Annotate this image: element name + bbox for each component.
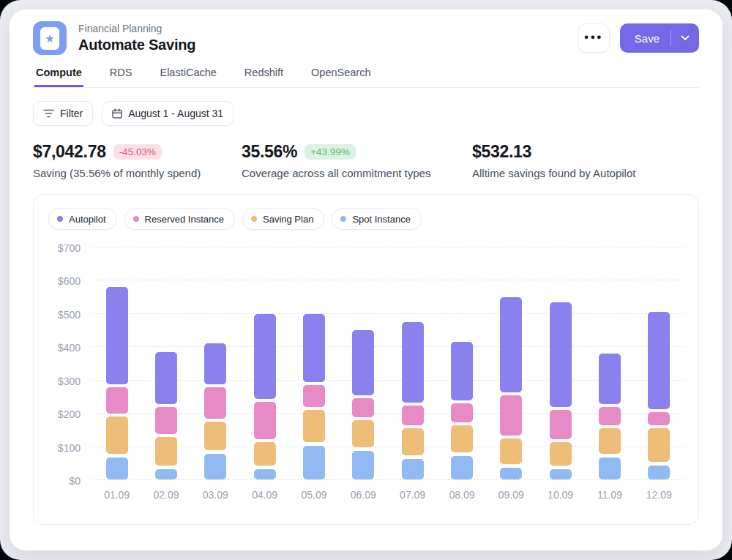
stat-badge: +43.99% xyxy=(305,144,356,160)
bar-segment-reserved-instance xyxy=(303,385,325,407)
stat-value-row: $532.13 xyxy=(472,142,635,162)
app-icon: ★ xyxy=(33,21,67,55)
bar-segment-spot-instance xyxy=(352,451,374,479)
more-button[interactable]: ●●● xyxy=(578,23,610,53)
bar-segment-saving-plan xyxy=(106,417,128,454)
bar-segment-reserved-instance xyxy=(500,395,522,436)
calendar-icon xyxy=(112,108,122,119)
y-tick-label: $100 xyxy=(58,442,81,454)
bar-segment-spot-instance xyxy=(500,468,522,479)
filter-button[interactable]: Filter xyxy=(33,101,93,126)
main-card: ★ Financial Planning Automate Saving ●●●… xyxy=(10,10,722,550)
titles: Financial Planning Automate Saving xyxy=(78,23,566,53)
legend-label: Saving Plan xyxy=(263,214,313,225)
bar-segment-saving-plan xyxy=(500,438,522,464)
bar-segment-reserved-instance xyxy=(106,387,128,414)
save-dropdown-button[interactable] xyxy=(671,23,699,53)
star-icon: ★ xyxy=(45,33,54,44)
toolbar: Filter August 1 - August 31 xyxy=(33,101,699,126)
tab-redshift[interactable]: Redshift xyxy=(243,67,285,87)
chart-legend: AutopilotReserved InstanceSaving PlanSpo… xyxy=(48,208,684,230)
bar-segment-spot-instance xyxy=(402,459,424,479)
y-tick-label: $300 xyxy=(58,376,81,387)
stat-badge: -45.03% xyxy=(113,144,162,160)
bar-08.09 xyxy=(437,247,486,480)
bar-segment-reserved-instance xyxy=(352,398,374,417)
tab-opensearch[interactable]: OpenSearch xyxy=(310,67,372,87)
bar-segment-saving-plan xyxy=(303,410,325,442)
x-tick-label: 08.09 xyxy=(437,489,486,501)
tab-rds[interactable]: RDS xyxy=(108,67,134,87)
bar-segment-autopilot xyxy=(352,330,374,395)
bar-segment-reserved-instance xyxy=(451,403,473,422)
bar-12.09 xyxy=(635,247,684,480)
x-tick-label: 01.09 xyxy=(92,489,141,501)
x-tick-label: 12.09 xyxy=(635,489,684,501)
legend-pill-autopilot[interactable]: Autopilot xyxy=(48,208,117,230)
legend-label: Spot Instance xyxy=(352,214,411,225)
bar-07.09 xyxy=(388,247,437,480)
stat-value: $7,042.78 xyxy=(33,142,106,162)
bar-segment-saving-plan xyxy=(402,428,424,455)
legend-dot xyxy=(340,216,346,222)
date-range-label: August 1 - August 31 xyxy=(128,108,223,119)
bar-segment-autopilot xyxy=(106,287,128,384)
bar-segment-spot-instance xyxy=(155,469,177,479)
stat-3: $532.13Alltime savings found by Autopilo… xyxy=(472,142,635,179)
y-tick-label: $600 xyxy=(58,275,81,287)
x-tick-label: 11.09 xyxy=(585,489,634,501)
x-tick-label: 05.09 xyxy=(289,489,338,501)
filter-label: Filter xyxy=(60,108,83,119)
breadcrumb: Financial Planning xyxy=(78,23,566,34)
bar-segment-saving-plan xyxy=(254,442,276,466)
bar-segment-spot-instance xyxy=(648,466,670,479)
bar-segment-autopilot xyxy=(599,354,621,404)
stats-row: $7,042.78-45.03%Saving (35.56% of monthl… xyxy=(33,142,699,179)
legend-label: Reserved Instance xyxy=(145,214,224,225)
ellipsis-icon: ●●● xyxy=(584,33,603,41)
legend-pill-spot-instance[interactable]: Spot Instance xyxy=(332,208,422,230)
bar-segment-autopilot xyxy=(204,343,226,384)
stat-2: 35.56%+43.99%Coverage across all commitm… xyxy=(242,142,472,179)
stat-value-row: 35.56%+43.99% xyxy=(242,142,472,162)
legend-label: Autopilot xyxy=(69,214,106,225)
bar-segment-saving-plan xyxy=(648,428,670,462)
date-range-button[interactable]: August 1 - August 31 xyxy=(102,101,234,126)
y-tick-label: $200 xyxy=(58,408,81,420)
bar-segment-spot-instance xyxy=(254,469,276,479)
legend-pill-reserved-instance[interactable]: Reserved Instance xyxy=(124,208,235,230)
bar-segment-spot-instance xyxy=(451,456,473,479)
window-frame: ★ Financial Planning Automate Saving ●●●… xyxy=(0,0,732,560)
bar-10.09 xyxy=(536,247,585,480)
stat-1: $7,042.78-45.03%Saving (35.56% of monthl… xyxy=(33,142,242,179)
y-tick-label: $400 xyxy=(58,342,81,354)
chart-card: AutopilotReserved InstanceSaving PlanSpo… xyxy=(33,194,699,525)
bar-06.09 xyxy=(339,247,388,480)
tab-compute[interactable]: Compute xyxy=(34,67,83,87)
bar-segment-autopilot xyxy=(303,314,325,383)
x-tick-label: 04.09 xyxy=(240,489,289,501)
app-icon-inner: ★ xyxy=(40,27,59,50)
bar-segment-saving-plan xyxy=(204,422,226,450)
y-tick-label: $700 xyxy=(58,242,81,254)
legend-pill-saving-plan[interactable]: Saving Plan xyxy=(242,208,324,230)
stat-value-row: $7,042.78-45.03% xyxy=(33,142,242,162)
bar-segment-saving-plan xyxy=(352,420,374,447)
bar-09.09 xyxy=(487,247,536,480)
bar-segment-autopilot xyxy=(550,302,572,408)
page-title: Automate Saving xyxy=(78,37,566,53)
x-tick-label: 09.09 xyxy=(487,489,536,501)
bar-segment-reserved-instance xyxy=(599,407,621,426)
x-tick-label: 10.09 xyxy=(536,489,585,501)
tabs: ComputeRDSElastiCacheRedshiftOpenSearch xyxy=(33,67,699,88)
bar-11.09 xyxy=(585,247,634,480)
stat-caption: Coverage across all commitment types xyxy=(242,167,472,179)
tab-elasticache[interactable]: ElastiCache xyxy=(158,67,217,87)
stat-value: $532.13 xyxy=(472,142,531,162)
save-button[interactable]: Save xyxy=(620,23,671,53)
bar-segment-saving-plan xyxy=(451,425,473,452)
chevron-down-icon xyxy=(681,35,690,41)
x-tick-label: 02.09 xyxy=(141,489,190,501)
bar-segment-saving-plan xyxy=(550,442,572,466)
bar-segment-reserved-instance xyxy=(254,402,276,439)
